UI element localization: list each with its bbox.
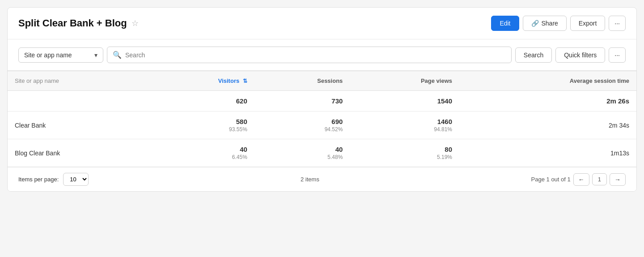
row1-sessions: 690 94.52% <box>254 111 350 139</box>
totals-pageviews: 1540 <box>350 91 459 111</box>
search-input[interactable] <box>125 51 506 59</box>
edit-button[interactable]: Edit <box>491 16 519 31</box>
items-count: 2 items <box>301 176 319 183</box>
search-wrapper: 🔍 <box>107 47 512 63</box>
search-icon: 🔍 <box>113 51 122 59</box>
totals-site <box>8 91 150 111</box>
star-icon[interactable]: ☆ <box>131 18 139 28</box>
totals-row: 620 730 1540 2m 26s <box>8 91 636 111</box>
col-visitors[interactable]: Visitors ⇅ <box>150 71 254 91</box>
footer-left: Items per page: 10 25 50 <box>18 173 89 186</box>
items-per-page-select[interactable]: 10 25 50 <box>63 173 89 186</box>
row2-site: Blog Clear Bank <box>8 139 150 167</box>
footer-right: Page 1 out of 1 ← 1 → <box>531 173 626 186</box>
row1-pageviews: 1460 94.81% <box>350 111 459 139</box>
row2-visitors: 40 6.45% <box>150 139 254 167</box>
col-site-name[interactable]: Site or app name <box>8 71 150 91</box>
col-sessions[interactable]: Sessions <box>254 71 350 91</box>
site-filter-label: Site or app name <box>24 51 72 59</box>
row1-visitors: 580 93.55% <box>150 111 254 139</box>
main-container: Split Clear Bank + Blog ☆ Edit 🔗 Share E… <box>7 7 637 192</box>
share-label: Share <box>542 20 558 27</box>
toolbar: Site or app name ▾ 🔍 Search Quick filter… <box>8 39 636 71</box>
data-table: Site or app name Visitors ⇅ Sessions Pag… <box>8 71 636 167</box>
link-icon: 🔗 <box>531 20 539 27</box>
next-page-button[interactable]: → <box>610 173 626 186</box>
totals-avg-session: 2m 26s <box>459 91 636 111</box>
prev-page-button[interactable]: ← <box>573 173 589 186</box>
row2-pageviews: 80 5.19% <box>350 139 459 167</box>
current-page: 1 <box>592 173 607 185</box>
table-header-row: Site or app name Visitors ⇅ Sessions Pag… <box>8 71 636 91</box>
search-button[interactable]: Search <box>515 47 552 63</box>
row2-sessions: 40 5.48% <box>254 139 350 167</box>
more-actions-button[interactable]: ··· <box>609 16 626 31</box>
data-table-wrapper: Site or app name Visitors ⇅ Sessions Pag… <box>8 71 636 167</box>
header-left: Split Clear Bank + Blog ☆ <box>18 17 139 29</box>
site-filter-dropdown[interactable]: Site or app name ▾ <box>18 47 103 63</box>
page-info: Page 1 out of 1 <box>531 176 571 183</box>
export-button[interactable]: Export <box>570 16 605 31</box>
page-header: Split Clear Bank + Blog ☆ Edit 🔗 Share E… <box>8 8 636 39</box>
col-avg-session[interactable]: Average session time <box>459 71 636 91</box>
header-actions: Edit 🔗 Share Export ··· <box>491 16 626 31</box>
chevron-down-icon: ▾ <box>94 51 97 59</box>
items-per-page-label: Items per page: <box>18 176 59 183</box>
share-button[interactable]: 🔗 Share <box>523 16 567 31</box>
table-row: Clear Bank 580 93.55% 690 94.52% 1460 94… <box>8 111 636 139</box>
page-title: Split Clear Bank + Blog <box>18 17 127 29</box>
quick-filters-button[interactable]: Quick filters <box>555 47 605 63</box>
row1-avg-session: 2m 34s <box>459 111 636 139</box>
totals-sessions: 730 <box>254 91 350 111</box>
toolbar-more-button[interactable]: ··· <box>609 47 626 63</box>
row1-site: Clear Bank <box>8 111 150 139</box>
row2-avg-session: 1m13s <box>459 139 636 167</box>
sort-icon: ⇅ <box>243 78 247 84</box>
table-row: Blog Clear Bank 40 6.45% 40 5.48% 80 5.1… <box>8 139 636 167</box>
col-pageviews[interactable]: Page views <box>350 71 459 91</box>
table-footer: Items per page: 10 25 50 2 items Page 1 … <box>8 167 636 191</box>
totals-visitors: 620 <box>150 91 254 111</box>
